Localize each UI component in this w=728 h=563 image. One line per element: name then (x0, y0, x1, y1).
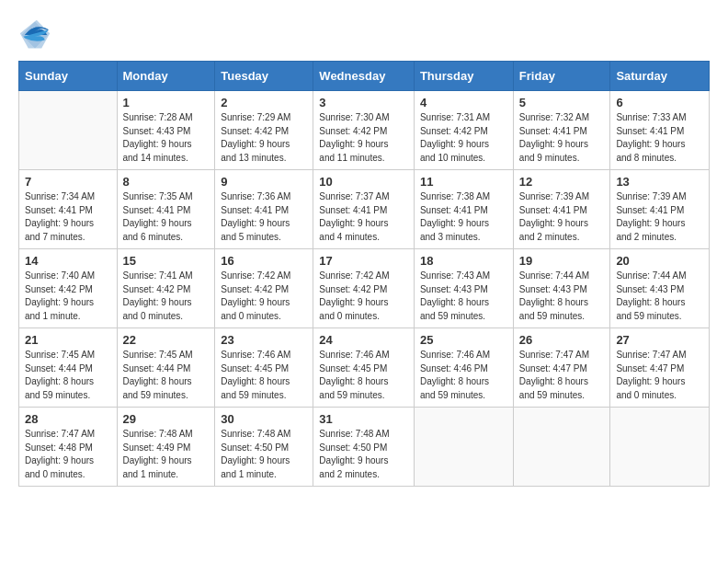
day-info: Sunrise: 7:44 AM Sunset: 4:43 PM Dayligh… (616, 270, 703, 323)
calendar-cell: 28Sunrise: 7:47 AM Sunset: 4:48 PM Dayli… (19, 408, 118, 487)
calendar-cell: 3Sunrise: 7:30 AM Sunset: 4:42 PM Daylig… (313, 91, 415, 170)
day-info: Sunrise: 7:35 AM Sunset: 4:41 PM Dayligh… (123, 190, 210, 244)
calendar-cell: 7Sunrise: 7:34 AM Sunset: 4:41 PM Daylig… (19, 170, 118, 249)
day-info: Sunrise: 7:48 AM Sunset: 4:49 PM Dayligh… (123, 428, 210, 481)
week-row-1: 1Sunrise: 7:28 AM Sunset: 4:43 PM Daylig… (19, 91, 710, 170)
day-number: 11 (420, 175, 507, 189)
day-number: 22 (123, 333, 210, 347)
day-number: 28 (25, 412, 111, 426)
day-number: 15 (123, 254, 210, 268)
calendar-cell: 29Sunrise: 7:48 AM Sunset: 4:49 PM Dayli… (117, 408, 215, 487)
header-tuesday: Tuesday (215, 62, 313, 91)
calendar-cell (414, 408, 513, 487)
calendar-cell: 30Sunrise: 7:48 AM Sunset: 4:50 PM Dayli… (215, 408, 313, 487)
day-number: 2 (221, 96, 307, 109)
day-info: Sunrise: 7:33 AM Sunset: 4:41 PM Dayligh… (616, 111, 703, 165)
day-number: 4 (420, 96, 507, 109)
day-number: 7 (25, 175, 111, 189)
calendar-cell: 5Sunrise: 7:32 AM Sunset: 4:41 PM Daylig… (513, 91, 610, 170)
day-info: Sunrise: 7:39 AM Sunset: 4:41 PM Dayligh… (519, 190, 605, 244)
calendar-cell: 27Sunrise: 7:47 AM Sunset: 4:47 PM Dayli… (610, 328, 710, 408)
day-number: 12 (519, 175, 605, 189)
day-info: Sunrise: 7:36 AM Sunset: 4:41 PM Dayligh… (221, 190, 307, 244)
day-info: Sunrise: 7:48 AM Sunset: 4:50 PM Dayligh… (221, 428, 307, 481)
page-header (18, 18, 710, 52)
calendar-cell: 22Sunrise: 7:45 AM Sunset: 4:44 PM Dayli… (117, 328, 215, 408)
header-sunday: Sunday (19, 62, 118, 91)
calendar-cell: 19Sunrise: 7:44 AM Sunset: 4:43 PM Dayli… (513, 249, 610, 328)
day-info: Sunrise: 7:45 AM Sunset: 4:44 PM Dayligh… (25, 349, 111, 402)
day-info: Sunrise: 7:38 AM Sunset: 4:41 PM Dayligh… (420, 190, 507, 244)
day-number: 29 (123, 412, 210, 426)
day-number: 21 (25, 333, 111, 347)
logo (18, 18, 55, 52)
day-number: 20 (616, 254, 703, 268)
calendar-cell: 21Sunrise: 7:45 AM Sunset: 4:44 PM Dayli… (19, 328, 118, 408)
day-number: 24 (319, 333, 408, 347)
calendar-cell: 16Sunrise: 7:42 AM Sunset: 4:42 PM Dayli… (215, 249, 313, 328)
day-number: 19 (519, 254, 605, 268)
calendar-cell: 18Sunrise: 7:43 AM Sunset: 4:43 PM Dayli… (414, 249, 513, 328)
calendar-cell: 2Sunrise: 7:29 AM Sunset: 4:42 PM Daylig… (215, 91, 313, 170)
calendar-cell: 25Sunrise: 7:46 AM Sunset: 4:46 PM Dayli… (414, 328, 513, 408)
day-number: 6 (616, 96, 703, 109)
calendar-cell: 9Sunrise: 7:36 AM Sunset: 4:41 PM Daylig… (215, 170, 313, 249)
day-number: 13 (616, 175, 703, 189)
day-info: Sunrise: 7:42 AM Sunset: 4:42 PM Dayligh… (319, 270, 408, 323)
calendar-cell: 23Sunrise: 7:46 AM Sunset: 4:45 PM Dayli… (215, 328, 313, 408)
day-number: 8 (123, 175, 210, 189)
calendar-cell: 4Sunrise: 7:31 AM Sunset: 4:42 PM Daylig… (414, 91, 513, 170)
calendar-cell: 14Sunrise: 7:40 AM Sunset: 4:42 PM Dayli… (19, 249, 118, 328)
day-info: Sunrise: 7:41 AM Sunset: 4:42 PM Dayligh… (123, 270, 210, 323)
day-info: Sunrise: 7:34 AM Sunset: 4:41 PM Dayligh… (25, 190, 111, 244)
day-number: 23 (221, 333, 307, 347)
day-info: Sunrise: 7:44 AM Sunset: 4:43 PM Dayligh… (519, 270, 605, 323)
day-number: 10 (319, 175, 408, 189)
day-info: Sunrise: 7:29 AM Sunset: 4:42 PM Dayligh… (221, 111, 307, 165)
header-saturday: Saturday (610, 62, 710, 91)
day-number: 16 (221, 254, 307, 268)
day-info: Sunrise: 7:47 AM Sunset: 4:47 PM Dayligh… (616, 349, 703, 402)
calendar-cell: 11Sunrise: 7:38 AM Sunset: 4:41 PM Dayli… (414, 170, 513, 249)
week-row-3: 14Sunrise: 7:40 AM Sunset: 4:42 PM Dayli… (19, 249, 710, 328)
week-row-4: 21Sunrise: 7:45 AM Sunset: 4:44 PM Dayli… (19, 328, 710, 408)
day-info: Sunrise: 7:46 AM Sunset: 4:45 PM Dayligh… (319, 349, 408, 402)
day-info: Sunrise: 7:40 AM Sunset: 4:42 PM Dayligh… (25, 270, 111, 323)
calendar-cell: 26Sunrise: 7:47 AM Sunset: 4:47 PM Dayli… (513, 328, 610, 408)
day-number: 18 (420, 254, 507, 268)
header-wednesday: Wednesday (313, 62, 415, 91)
day-info: Sunrise: 7:46 AM Sunset: 4:45 PM Dayligh… (221, 349, 307, 402)
calendar-cell (19, 91, 118, 170)
calendar-cell: 13Sunrise: 7:39 AM Sunset: 4:41 PM Dayli… (610, 170, 710, 249)
calendar-cell: 31Sunrise: 7:48 AM Sunset: 4:50 PM Dayli… (313, 408, 415, 487)
calendar-cell: 24Sunrise: 7:46 AM Sunset: 4:45 PM Dayli… (313, 328, 415, 408)
day-info: Sunrise: 7:39 AM Sunset: 4:41 PM Dayligh… (616, 190, 703, 244)
calendar-cell: 1Sunrise: 7:28 AM Sunset: 4:43 PM Daylig… (117, 91, 215, 170)
calendar-cell: 10Sunrise: 7:37 AM Sunset: 4:41 PM Dayli… (313, 170, 415, 249)
calendar-cell (610, 408, 710, 487)
day-number: 14 (25, 254, 111, 268)
week-row-2: 7Sunrise: 7:34 AM Sunset: 4:41 PM Daylig… (19, 170, 710, 249)
calendar-cell: 8Sunrise: 7:35 AM Sunset: 4:41 PM Daylig… (117, 170, 215, 249)
day-info: Sunrise: 7:32 AM Sunset: 4:41 PM Dayligh… (519, 111, 605, 165)
day-number: 17 (319, 254, 408, 268)
day-info: Sunrise: 7:37 AM Sunset: 4:41 PM Dayligh… (319, 190, 408, 244)
calendar-cell: 6Sunrise: 7:33 AM Sunset: 4:41 PM Daylig… (610, 91, 710, 170)
day-info: Sunrise: 7:48 AM Sunset: 4:50 PM Dayligh… (319, 428, 408, 481)
day-info: Sunrise: 7:28 AM Sunset: 4:43 PM Dayligh… (123, 111, 210, 165)
header-thursday: Thursday (414, 62, 513, 91)
header-friday: Friday (513, 62, 610, 91)
week-row-5: 28Sunrise: 7:47 AM Sunset: 4:48 PM Dayli… (19, 408, 710, 487)
day-info: Sunrise: 7:42 AM Sunset: 4:42 PM Dayligh… (221, 270, 307, 323)
calendar-header-row: SundayMondayTuesdayWednesdayThursdayFrid… (19, 62, 710, 91)
day-info: Sunrise: 7:30 AM Sunset: 4:42 PM Dayligh… (319, 111, 408, 165)
day-info: Sunrise: 7:43 AM Sunset: 4:43 PM Dayligh… (420, 270, 507, 323)
day-number: 31 (319, 412, 408, 426)
calendar-cell: 17Sunrise: 7:42 AM Sunset: 4:42 PM Dayli… (313, 249, 415, 328)
day-number: 3 (319, 96, 408, 109)
calendar-cell (513, 408, 610, 487)
day-info: Sunrise: 7:31 AM Sunset: 4:42 PM Dayligh… (420, 111, 507, 165)
day-number: 27 (616, 333, 703, 347)
day-number: 5 (519, 96, 605, 109)
day-number: 25 (420, 333, 507, 347)
